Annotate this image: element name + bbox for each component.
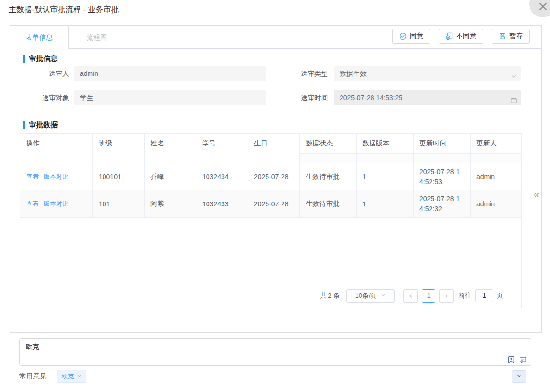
cell-updated-by: admin [471,190,521,217]
table-row: 查看 版本对比 101 阿紫 1032433 2025-07-28 生效待审批 … [20,190,521,218]
title-bar: 主数据-默认审批流程 - 业务审批 [0,0,550,19]
pagination-bar: 共 2 条 10条/页 ‹ 1 › 前往 页 [20,283,521,308]
comment-toolbar [507,356,527,363]
section-title: 审批数据 [29,120,58,130]
cell-status: 生效待审批 [300,163,357,190]
bookmark-star-icon[interactable] [507,356,515,363]
table-empty-space [20,218,521,283]
cell-status: 生效待审批 [300,190,357,217]
version-compare-link[interactable]: 版本对比 [44,173,69,181]
calendar-icon [510,94,517,109]
agree-button[interactable]: 同意 [392,29,430,44]
cell-updated-at: 2025-07-28 14:52:53 [414,163,471,190]
cell-class: 101 [93,190,145,217]
col-header-version: 数据版本 [357,134,414,153]
save-icon [499,32,506,40]
col-header-student-no: 学号 [196,134,248,153]
form-card: 表单信息 流程图 同意 不同意 [10,25,542,333]
send-type-label: 送审类型 [271,66,328,81]
total-count: 共 2 条 [320,291,340,300]
prev-page-button[interactable]: ‹ [403,289,418,303]
next-page-button[interactable]: › [439,289,454,303]
cell-class: 100101 [93,163,145,190]
submitter-field[interactable]: admin [74,66,266,81]
file-reject-icon [446,32,453,40]
approval-dialog: 主数据-默认审批流程 - 业务审批 表单信息 流程图 同意 [0,0,550,392]
section-title: 审批信息 [29,54,58,63]
approval-table: 操作 班级 姓名 学号 生日 数据状态 数据版本 更新时间 更新人 查看 [20,133,522,308]
collapse-panel-icon[interactable]: « [534,189,539,200]
cell-student-no: 1032434 [196,163,248,190]
submitter-label: 送审人 [10,66,69,81]
tab-flow-chart[interactable]: 流程图 [69,26,125,49]
cell-version: 1 [357,190,414,217]
opinions-dropdown-button[interactable] [512,370,526,383]
disagree-label: 不同意 [456,32,476,41]
table-header: 操作 班级 姓名 学号 生日 数据状态 数据版本 更新时间 更新人 [20,134,521,163]
tab-bar: 表单信息 流程图 同意 不同意 [10,26,541,49]
disagree-button[interactable]: 不同意 [439,29,483,44]
cell-name: 阿紫 [145,190,196,217]
send-time-field[interactable]: 2025-07-28 14:53:25 [334,90,521,105]
cell-updated-at: 2025-07-28 14:52:32 [414,190,471,217]
cell-birthday: 2025-07-28 [248,190,300,217]
target-field[interactable]: 学生 [74,90,266,105]
subheader-row [20,153,521,163]
version-compare-link[interactable]: 版本对比 [44,200,69,208]
close-icon [538,2,548,13]
section-approval-data: 审批数据 [23,120,58,130]
send-time-value: 2025-07-28 14:53:25 [340,94,402,102]
page-size-value: 10条/页 [355,291,376,300]
col-header-class: 班级 [93,134,145,153]
chevron-down-icon [380,292,386,299]
page-unit-label: 页 [497,291,503,300]
tag-close-icon[interactable]: × [77,373,81,380]
goto-label: 前往 [459,291,471,300]
col-header-updated-at: 更新时间 [414,134,471,153]
opinion-tag[interactable]: 欧克 × [57,370,86,383]
col-header-birthday: 生日 [248,134,300,153]
save-draft-button[interactable]: 暂存 [492,29,530,44]
table-row: 查看 版本对比 100101 乔峰 1032434 2025-07-28 生效待… [20,163,521,190]
col-header-updated-by: 更新人 [471,134,521,153]
chevron-right-icon: › [445,292,447,300]
send-type-select[interactable]: 数据生效 [334,66,521,81]
goto-page-input[interactable] [475,289,493,302]
page-size-select[interactable]: 10条/页 [346,289,395,303]
page-number-current[interactable]: 1 [422,289,435,303]
chevron-down-icon [510,70,517,85]
row-actions-cell: 查看 版本对比 [20,190,93,217]
target-label: 送审对象 [10,90,69,105]
chevron-down-icon [516,372,522,381]
comment-box: 欧克 [19,338,531,366]
check-circle-icon [399,32,407,40]
view-link[interactable]: 查看 [26,173,39,181]
cell-birthday: 2025-07-28 [248,163,300,190]
cell-name: 乔峰 [145,163,196,190]
cell-version: 1 [357,163,414,190]
save-draft-label: 暂存 [509,32,523,41]
col-header-name: 姓名 [145,134,196,153]
agree-label: 同意 [410,32,423,41]
view-link[interactable]: 查看 [26,200,39,208]
dialog-title: 主数据-默认审批流程 - 业务审批 [9,5,119,15]
cell-student-no: 1032433 [196,190,248,217]
section-approval-info: 审批信息 [23,54,58,63]
section-accent-bar [23,55,25,63]
send-time-label: 送审时间 [271,90,328,105]
common-opinions-label: 常用意见 [19,372,46,381]
comment-textarea[interactable]: 欧克 [20,339,531,365]
section-accent-bar [23,121,25,129]
row-actions-cell: 查看 版本对比 [20,163,93,190]
chevron-left-icon: ‹ [409,292,412,300]
comment-panel: 欧克 常用意见 欧克 × [0,333,550,392]
col-header-status: 数据状态 [300,134,357,153]
action-bar: 同意 不同意 暂存 [392,29,530,44]
tab-form-info[interactable]: 表单信息 [10,26,69,49]
send-type-value: 数据生效 [340,70,367,77]
comment-bubble-icon[interactable] [519,356,527,363]
col-header-actions: 操作 [20,134,93,153]
opinion-tag-label: 欧克 [61,372,74,381]
cell-updated-by: admin [471,163,521,190]
